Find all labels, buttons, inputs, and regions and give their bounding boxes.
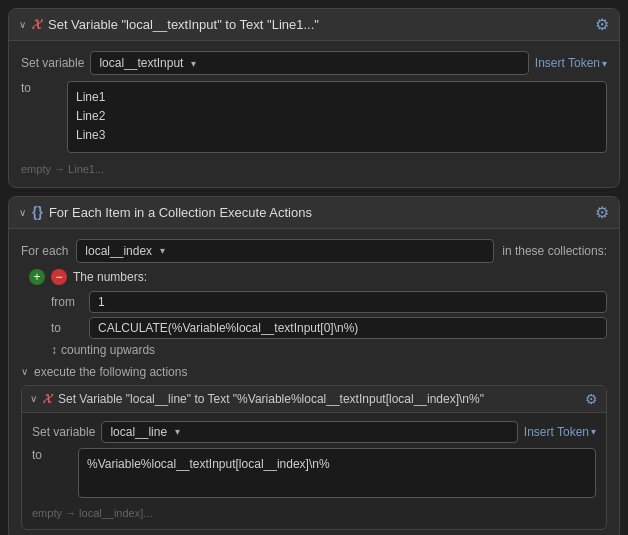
block2-header: ∨ {} For Each Item in a Collection Execu…	[9, 197, 619, 229]
inner-set-variable-label: Set variable	[32, 425, 95, 439]
inner-set-variable-block: ∨ 𝓧 Set Variable "local__line" to Text "…	[21, 385, 607, 530]
inner-set-variable-row: Set variable local__line Insert Token	[32, 421, 596, 443]
from-input[interactable]: 1	[89, 291, 607, 313]
block2-gear-icon[interactable]: ⚙	[595, 203, 609, 222]
add-collection-button[interactable]: +	[29, 269, 45, 285]
to-label: to	[51, 321, 81, 335]
block1-header: ∨ 𝓧 Set Variable "local__textInput" to T…	[9, 9, 619, 41]
for-each-label: For each	[21, 244, 68, 258]
from-row: from 1	[51, 291, 607, 313]
to-row: to CALCULATE(%Variable%local__textInput[…	[51, 317, 607, 339]
block2-title: For Each Item in a Collection Execute Ac…	[49, 205, 312, 220]
inner-header-left: ∨ 𝓧 Set Variable "local__line" to Text "…	[30, 391, 484, 407]
counting-label: counting upwards	[61, 343, 155, 357]
numbers-label: The numbers:	[73, 270, 147, 284]
for-each-block: ∨ {} For Each Item in a Collection Execu…	[8, 196, 620, 535]
for-each-row: For each local__index in these collectio…	[21, 239, 607, 263]
inner-block-body: Set variable local__line Insert Token to…	[22, 413, 606, 529]
counting-direction-icon: ↕	[51, 343, 57, 357]
block1-chevron-icon[interactable]: ∨	[19, 19, 26, 30]
inner-variable-select[interactable]: local__line	[101, 421, 517, 443]
from-label: from	[51, 295, 81, 309]
remove-collection-button[interactable]: −	[51, 269, 67, 285]
block1-to-row: to Line1 Line2 Line3	[21, 81, 607, 153]
set-variable-block-1: ∨ 𝓧 Set Variable "local__textInput" to T…	[8, 8, 620, 188]
in-these-collections-label: in these collections:	[502, 244, 607, 258]
for-each-variable-select[interactable]: local__index	[76, 239, 494, 263]
inner-block-header: ∨ 𝓧 Set Variable "local__line" to Text "…	[22, 386, 606, 413]
inner-block-title: Set Variable "local__line" to Text "%Var…	[58, 392, 484, 406]
execute-label: execute the following actions	[34, 365, 187, 379]
block1-text-input[interactable]: Line1 Line2 Line3	[67, 81, 607, 153]
from-to-section: from 1 to CALCULATE(%Variable%local__tex…	[51, 291, 607, 339]
block1-title: Set Variable "local__textInput" to Text …	[48, 17, 319, 32]
block1-set-variable-label: Set variable	[21, 56, 84, 70]
block1-insert-token-button[interactable]: Insert Token	[535, 56, 607, 70]
inner-insert-token-button[interactable]: Insert Token	[524, 425, 596, 439]
inner-gear-icon[interactable]: ⚙	[585, 391, 598, 407]
execute-chevron-icon[interactable]: ∨	[21, 366, 28, 377]
block1-body: Set variable local__textInput Insert Tok…	[9, 41, 619, 187]
block1-variable-select[interactable]: local__textInput	[90, 51, 528, 75]
execute-row: ∨ execute the following actions	[21, 365, 607, 379]
numbers-row: + − The numbers:	[29, 269, 607, 285]
block1-footer-hint: empty → Line1...	[21, 159, 607, 177]
inner-text-input[interactable]: %Variable%local__textInput[local__index]…	[78, 448, 596, 498]
block1-to-label: to	[21, 81, 61, 95]
inner-x-icon: 𝓧	[43, 391, 52, 407]
block2-chevron-icon[interactable]: ∨	[19, 207, 26, 218]
to-input[interactable]: CALCULATE(%Variable%local__textInput[0]\…	[89, 317, 607, 339]
block1-set-variable-row: Set variable local__textInput Insert Tok…	[21, 51, 607, 75]
inner-to-row: to %Variable%local__textInput[local__ind…	[32, 448, 596, 498]
inner-chevron-icon[interactable]: ∨	[30, 393, 37, 404]
block2-header-left: ∨ {} For Each Item in a Collection Execu…	[19, 204, 312, 220]
inner-to-label: to	[32, 448, 72, 462]
block1-header-left: ∨ 𝓧 Set Variable "local__textInput" to T…	[19, 16, 319, 33]
block2-x-icon: {}	[32, 204, 43, 220]
block2-body: For each local__index in these collectio…	[9, 229, 619, 535]
block1-x-icon: 𝓧	[32, 16, 42, 33]
inner-footer-hint: empty → local__index]...	[32, 503, 596, 521]
block1-footer-text: empty → Line1...	[21, 163, 104, 175]
counting-row: ↕ counting upwards	[51, 343, 607, 357]
block1-gear-icon[interactable]: ⚙	[595, 15, 609, 34]
inner-footer-text: empty → local__index]...	[32, 507, 152, 519]
